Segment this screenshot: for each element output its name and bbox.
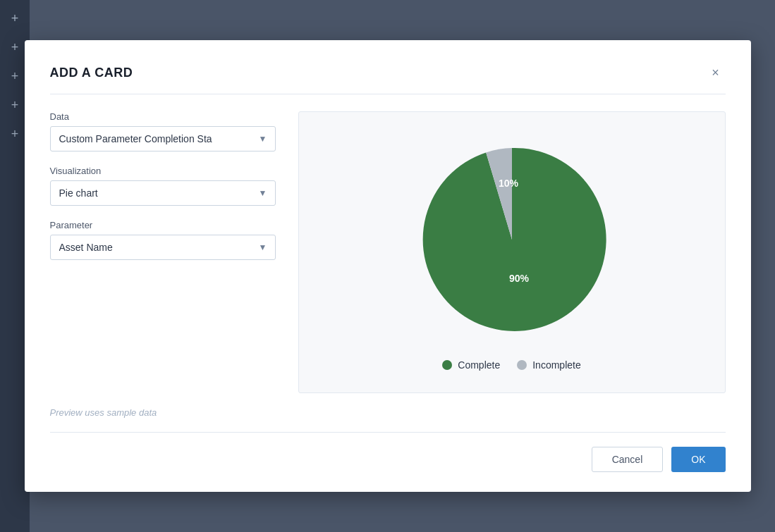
legend-item-incomplete: Incomplete	[517, 359, 580, 371]
data-select-wrapper: Custom Parameter Completion Sta ▼	[50, 126, 276, 151]
data-field-group: Data Custom Parameter Completion Sta ▼	[50, 111, 276, 151]
visualization-select-wrapper: Pie chart ▼	[50, 180, 276, 206]
legend-dot-complete	[442, 360, 452, 370]
pie-slice-complete	[422, 148, 606, 331]
legend-label-complete: Complete	[458, 359, 500, 371]
parameter-select[interactable]: Asset Name	[50, 235, 276, 260]
parameter-field-label: Parameter	[50, 220, 276, 230]
visualization-field-group: Visualization Pie chart ▼	[50, 166, 276, 206]
legend-item-complete: Complete	[442, 359, 500, 371]
left-panel: Data Custom Parameter Completion Sta ▼ V…	[50, 111, 276, 260]
modal-dialog: ADD A CARD × Data Custom Parameter Compl…	[25, 40, 751, 492]
legend-dot-incomplete	[517, 360, 527, 370]
modal-overlay: ADD A CARD × Data Custom Parameter Compl…	[0, 0, 775, 532]
visualization-select[interactable]: Pie chart	[50, 180, 276, 206]
modal-body: Data Custom Parameter Completion Sta ▼ V…	[50, 111, 726, 393]
legend-label-incomplete: Incomplete	[532, 359, 580, 371]
parameter-select-wrapper: Asset Name ▼	[50, 235, 276, 260]
cancel-button[interactable]: Cancel	[592, 447, 664, 472]
modal-close-button[interactable]: ×	[706, 63, 726, 82]
modal-title: ADD A CARD	[50, 66, 133, 80]
ok-button[interactable]: OK	[671, 447, 725, 472]
modal-divider	[50, 432, 726, 433]
modal-footer-area: Preview uses sample data Cancel OK	[50, 407, 726, 472]
incomplete-pct-label: 10%	[498, 178, 518, 189]
pie-chart: 90% 10%	[406, 134, 618, 345]
chart-preview-panel: 90% 10% Complete Incomplete	[298, 111, 726, 393]
preview-note: Preview uses sample data	[50, 407, 726, 418]
visualization-field-label: Visualization	[50, 166, 276, 176]
chart-legend: Complete Incomplete	[442, 359, 580, 371]
data-select[interactable]: Custom Parameter Completion Sta	[50, 126, 276, 151]
modal-header: ADD A CARD ×	[50, 63, 726, 94]
complete-pct-label: 90%	[508, 273, 529, 284]
modal-footer: Cancel OK	[50, 447, 726, 472]
parameter-field-group: Parameter Asset Name ▼	[50, 220, 276, 260]
data-field-label: Data	[50, 111, 276, 122]
